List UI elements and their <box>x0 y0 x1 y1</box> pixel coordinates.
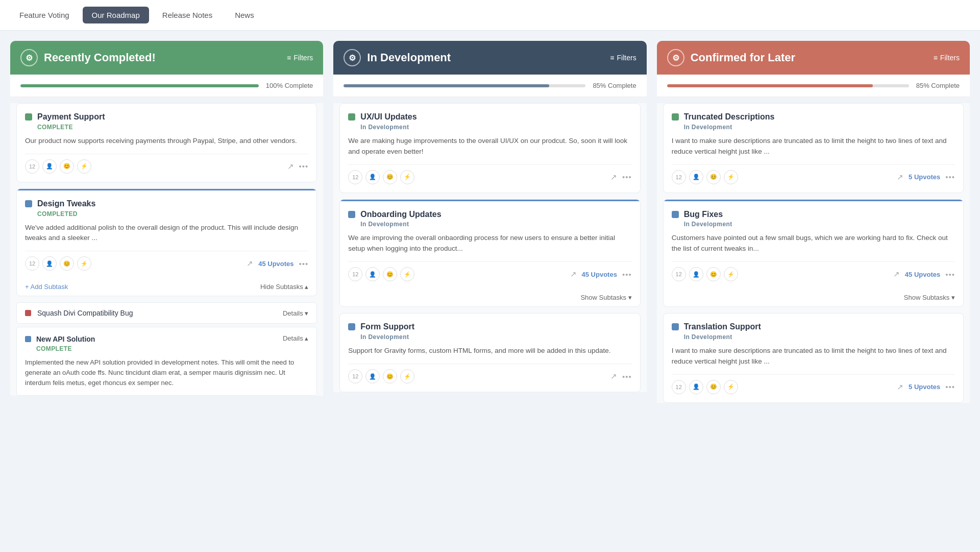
action-group-bug: 12 👤 😊 ⚡ <box>672 267 738 281</box>
more-button-form[interactable]: ••• <box>622 372 632 381</box>
user-icon-ux[interactable]: 👤 <box>365 170 380 184</box>
share-icon-form[interactable]: ↗ <box>610 372 617 381</box>
tab-our-roadmap[interactable]: Our Roadmap <box>83 7 149 23</box>
tab-news[interactable]: News <box>226 7 263 23</box>
dot-squash <box>25 310 31 316</box>
tab-feature-voting[interactable]: Feature Voting <box>10 7 79 23</box>
filter-icon-col3 <box>934 54 938 62</box>
column-header-in-dev: ⚙ In Development Filters <box>333 41 646 75</box>
hide-subtasks-design[interactable]: Hide Subtasks ▴ <box>260 283 308 291</box>
bolt-icon-ux[interactable]: ⚡ <box>400 170 414 184</box>
smile-icon-design[interactable]: 😊 <box>60 256 74 271</box>
card-actions-bug: 12 👤 😊 ⚡ ↗ 45 Upvotes ••• <box>672 261 955 281</box>
share-icon-ux[interactable]: ↗ <box>610 173 617 182</box>
more-button-design[interactable]: ••• <box>299 259 309 268</box>
count-circle-payment[interactable]: 12 <box>25 159 39 174</box>
chevron-down-icon-onboarding: ▾ <box>628 294 632 301</box>
card-desc-trunc: I want to make sure descriptions are tru… <box>672 136 955 157</box>
add-subtask-design[interactable]: + Add Subtask <box>25 283 68 291</box>
card-status-translation: In Development <box>684 333 761 341</box>
smile-icon-payment[interactable]: 😊 <box>60 159 74 174</box>
upvotes-bug[interactable]: 45 Upvotes <box>905 271 940 278</box>
filters-button-col1[interactable]: Filters <box>287 54 313 62</box>
column-body-col1: Payment Support COMPLETE Our product now… <box>10 103 323 396</box>
subtask-squash-divi: Squash Divi Compatibility Bug Details ▾ <box>16 302 317 324</box>
user-icon-onboarding[interactable]: 👤 <box>365 267 380 281</box>
card-ux-ui: UX/UI Updates In Development We are maki… <box>339 103 640 193</box>
action-group-trunc: 12 👤 😊 ⚡ <box>672 170 738 184</box>
count-circle-ux[interactable]: 12 <box>348 170 362 184</box>
details-btn-squash[interactable]: Details ▾ <box>283 309 308 317</box>
user-icon-payment[interactable]: 👤 <box>42 159 57 174</box>
card-desc-bug: Customers have pointed out a few small b… <box>672 233 955 254</box>
share-icon-payment[interactable]: ↗ <box>287 162 294 171</box>
smile-icon-form[interactable]: 😊 <box>383 369 397 383</box>
bolt-icon-design[interactable]: ⚡ <box>77 256 91 271</box>
upvotes-trunc[interactable]: 5 Upvotes <box>909 173 940 181</box>
column-header-recently-completed: ⚙ Recently Completed! Filters <box>10 41 323 75</box>
bolt-icon-translation[interactable]: ⚡ <box>724 380 738 394</box>
upvotes-design[interactable]: 45 Upvotes <box>258 260 293 268</box>
count-circle-trunc[interactable]: 12 <box>672 170 686 184</box>
filters-button-col3[interactable]: Filters <box>934 54 960 62</box>
more-button-trunc[interactable]: ••• <box>945 173 955 181</box>
card-inner-ux: UX/UI Updates In Development We are maki… <box>340 104 640 193</box>
user-icon-trunc[interactable]: 👤 <box>689 170 703 184</box>
user-icon-form[interactable]: 👤 <box>365 369 380 383</box>
card-title-trunc: Truncated Descriptions <box>684 112 775 123</box>
bolt-icon-onboarding[interactable]: ⚡ <box>400 267 414 281</box>
column-recently-completed: ⚙ Recently Completed! Filters 100% Compl… <box>10 41 323 400</box>
chevron-up-icon-design: ▴ <box>305 283 308 291</box>
count-circle-design[interactable]: 12 <box>25 256 39 271</box>
smile-icon-translation[interactable]: 😊 <box>706 380 721 394</box>
tab-release-notes[interactable]: Release Notes <box>153 7 222 23</box>
status-dot-payment <box>25 113 32 121</box>
upvotes-translation[interactable]: 5 Upvotes <box>909 383 940 391</box>
count-circle-bug[interactable]: 12 <box>672 267 686 281</box>
bolt-icon-bug[interactable]: ⚡ <box>724 267 738 281</box>
details-btn-api[interactable]: Details ▴ <box>283 334 308 342</box>
card-title-onboarding: Onboarding Updates <box>360 209 441 220</box>
more-button-ux[interactable]: ••• <box>622 173 632 181</box>
user-icon-translation[interactable]: 👤 <box>689 380 703 394</box>
smile-icon-onboarding[interactable]: 😊 <box>383 267 397 281</box>
card-title-bug: Bug Fixes <box>684 209 732 220</box>
card-title-row-translation: Translation Support In Development <box>672 322 955 341</box>
bolt-icon-form[interactable]: ⚡ <box>400 369 414 383</box>
smile-icon-ux[interactable]: 😊 <box>383 170 397 184</box>
smile-icon-trunc[interactable]: 😊 <box>706 170 721 184</box>
share-icon-design[interactable]: ↗ <box>247 259 253 268</box>
bolt-icon-trunc[interactable]: ⚡ <box>724 170 738 184</box>
card-title-row-design: Design Tweaks COMPLETED <box>25 199 308 218</box>
filters-button-col2[interactable]: Filters <box>610 54 636 62</box>
more-button-bug[interactable]: ••• <box>945 270 955 279</box>
count-circle-onboarding[interactable]: 12 <box>348 267 362 281</box>
user-icon-bug[interactable]: 👤 <box>689 267 703 281</box>
share-icon-trunc[interactable]: ↗ <box>897 173 903 182</box>
count-circle-translation[interactable]: 12 <box>672 380 686 394</box>
top-navigation: Feature Voting Our Roadmap Release Notes… <box>0 0 980 31</box>
card-status-bug: In Development <box>684 221 732 228</box>
card-inner-onboarding: Onboarding Updates In Development We are… <box>340 201 640 290</box>
more-button-translation[interactable]: ••• <box>945 382 955 391</box>
show-subtasks-onboarding[interactable]: Show Subtasks ▾ <box>580 294 631 301</box>
card-bug-fixes: Bug Fixes In Development Customers have … <box>663 199 964 307</box>
more-button-onboarding[interactable]: ••• <box>622 270 632 279</box>
user-icon-design[interactable]: 👤 <box>42 256 57 271</box>
card-desc-design: We've added additional polish to the ove… <box>25 223 308 244</box>
more-button-payment[interactable]: ••• <box>299 162 309 171</box>
progress-bar-col1: 100% Complete <box>10 75 323 97</box>
subtask-name-api: New API Solution <box>36 334 95 344</box>
count-circle-form[interactable]: 12 <box>348 369 362 383</box>
chevron-down-icon-bug: ▾ <box>951 294 955 301</box>
share-icon-bug[interactable]: ↗ <box>893 270 900 279</box>
share-icon-translation[interactable]: ↗ <box>897 382 903 392</box>
card-status-design: COMPLETED <box>37 210 95 218</box>
bolt-icon-payment[interactable]: ⚡ <box>77 159 91 174</box>
show-subtasks-bug[interactable]: Show Subtasks ▾ <box>904 294 955 301</box>
upvotes-onboarding[interactable]: 45 Upvotes <box>582 271 617 278</box>
smile-icon-bug[interactable]: 😊 <box>706 267 721 281</box>
share-icon-onboarding[interactable]: ↗ <box>570 270 577 279</box>
card-actions-payment: 12 👤 😊 ⚡ ↗ ••• <box>25 154 308 174</box>
card-inner-trunc: Truncated Descriptions In Development I … <box>664 104 963 193</box>
